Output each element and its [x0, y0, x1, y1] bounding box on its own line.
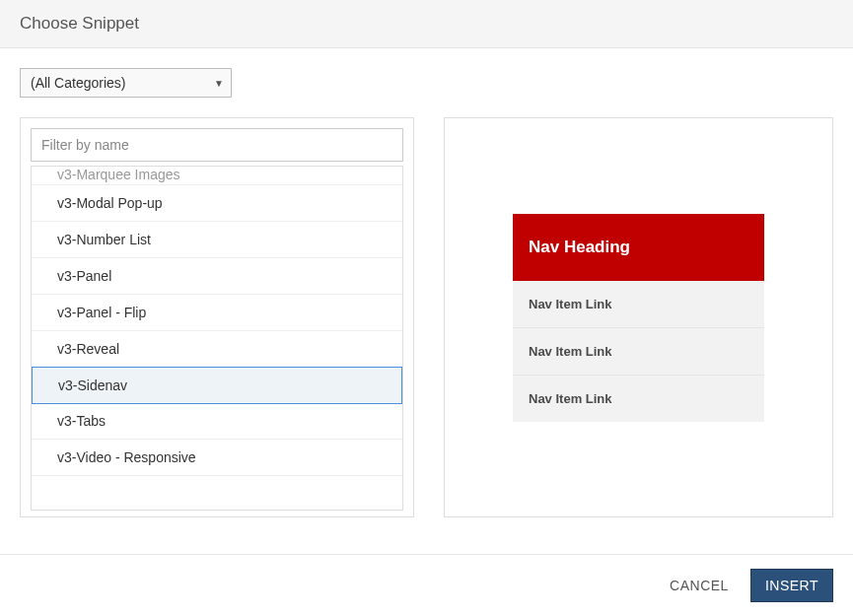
preview-nav-items: Nav Item LinkNav Item LinkNav Item Link — [513, 281, 764, 422]
cancel-button[interactable]: CANCEL — [666, 570, 733, 601]
preview-panel: Nav Heading Nav Item LinkNav Item LinkNa… — [444, 117, 833, 517]
snippet-list-container: v3-Marquee Imagesv3-Modal Pop-upv3-Numbe… — [31, 166, 403, 511]
list-item[interactable]: v3-Video - Responsive — [32, 440, 402, 476]
list-item[interactable]: v3-Sidenav — [32, 367, 402, 404]
category-select-wrapper: (All Categories) ▼ — [20, 68, 232, 98]
list-item — [32, 476, 402, 510]
list-item[interactable]: v3-Panel — [32, 258, 402, 295]
preview-nav-item: Nav Item Link — [513, 328, 764, 376]
list-item[interactable]: v3-Number List — [32, 222, 402, 258]
category-select-row: (All Categories) ▼ — [20, 68, 833, 98]
snippet-list-panel: v3-Marquee Imagesv3-Modal Pop-upv3-Numbe… — [20, 117, 414, 517]
preview-nav-item: Nav Item Link — [513, 281, 764, 328]
list-item[interactable]: v3-Reveal — [32, 331, 402, 368]
preview-nav-heading: Nav Heading — [513, 214, 764, 281]
list-item[interactable]: v3-Modal Pop-up — [32, 185, 402, 222]
list-item[interactable]: v3-Panel - Flip — [32, 295, 402, 331]
dialog-title: Choose Snippet — [20, 14, 833, 34]
dialog-header: Choose Snippet — [0, 0, 853, 48]
category-select[interactable]: (All Categories) — [20, 68, 232, 98]
dialog-footer: CANCEL INSERT — [0, 554, 853, 616]
list-item[interactable]: v3-Tabs — [32, 403, 402, 440]
snippet-list-scroll[interactable]: v3-Marquee Imagesv3-Modal Pop-upv3-Numbe… — [32, 167, 402, 510]
preview-nav-item: Nav Item Link — [513, 376, 764, 422]
panels-row: v3-Marquee Imagesv3-Modal Pop-upv3-Numbe… — [20, 117, 833, 517]
preview-sidenav: Nav Heading Nav Item LinkNav Item LinkNa… — [513, 214, 764, 422]
list-item[interactable]: v3-Marquee Images — [32, 167, 402, 185]
filter-input[interactable] — [31, 128, 403, 162]
dialog-content: (All Categories) ▼ v3-Marquee Imagesv3-M… — [0, 48, 853, 537]
insert-button[interactable]: INSERT — [750, 569, 833, 602]
